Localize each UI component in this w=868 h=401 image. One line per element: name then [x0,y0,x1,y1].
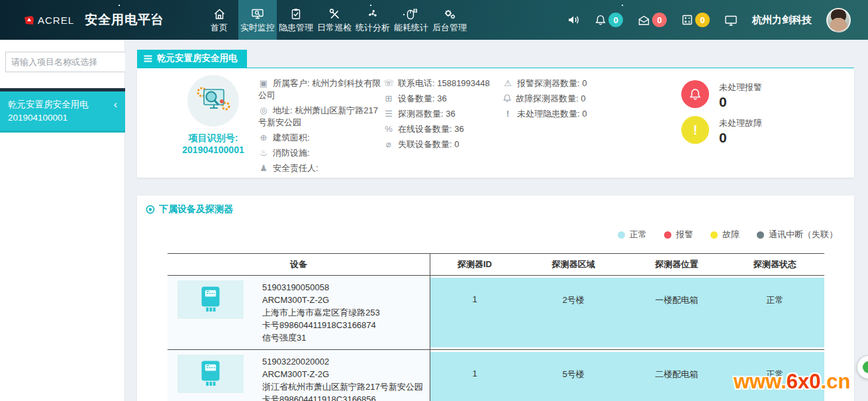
brand-name: ACREL [38,15,74,26]
nav-label: 首页 [211,22,228,34]
tab-project[interactable]: 乾元安置房安全用电 [137,50,247,68]
project-sidebar: 乾元安置房安全用电 201904100001 ‹ [0,40,125,401]
nav-item-statistics[interactable]: 统计分析 [354,0,392,40]
alarm-counter-value: 0 [719,94,762,110]
detector-position-cell: 二楼配电箱 [628,350,726,401]
table-header-row: 设备 探测器ID 探测器区域 探测器位置 探测器状态 [168,253,824,276]
envelope-icon [638,15,650,26]
warning-icon: ⚠ [503,78,513,89]
nav-item-hazard-management[interactable]: 隐患管理 [277,0,315,40]
project-id: 201904100001 [8,111,117,125]
notifications-button[interactable]: 0 [595,13,623,27]
col-header-detector-area: 探测器区域 [519,254,628,275]
legend-normal: 正常 [618,229,647,241]
detector-id-cell: 1 [430,276,519,349]
fan-icon [367,7,379,20]
device-cell: 51903190050058 ARCM300T-Z-2G 上海市上海市嘉定区育绿… [168,276,430,349]
nav-item-realtime-monitor[interactable]: 实时监控 [238,0,277,40]
nav-label: 实时监控 [240,22,275,34]
nav-item-admin[interactable]: 后台管理 [430,0,469,40]
nav-label: 后台管理 [432,22,467,34]
meter-device-icon [199,359,222,389]
nav-label: 能耗统计 [394,22,428,34]
detail-customer: 所属客户: 杭州力剑科技有限公司 [258,78,381,100]
detail-fire-facilities: 消防设施: [273,148,310,158]
alarm-bell-icon [681,80,709,108]
detail-fault-detectors: 故障探测器数量: 0 [516,93,585,103]
calculator-icon [681,14,693,26]
detail-safety-officer: 安全责任人: [273,163,318,173]
project-details-col1: ▣所属客户: 杭州力剑科技有限公司 ◎地址: 杭州萧山区新宁路217号新安公园 … [258,78,385,178]
device-card-no: 卡号898604411918C3166856 [262,393,423,401]
notifications-badge: 0 [608,13,623,27]
screen-icon[interactable] [724,15,738,26]
nav-label: 隐患管理 [279,22,313,34]
sliders-icon: ☰ [383,108,394,120]
detail-alarm-detectors: 报警探测器数量: 0 [517,78,587,88]
project-details-col2: ☏联系电话: 15881993448 ⊞设备数量: 36 ☰探测器数量: 36 … [383,78,508,154]
link-broken-icon: ⌀ [383,139,394,150]
detail-device-count: 设备数量: 36 [398,93,447,103]
col-header-detector-status: 探测器状态 [726,254,824,275]
alarms-badge: 0 [652,13,667,27]
device-image [177,280,244,319]
navbar-right: 0 0 0 杭州力剑科技 [567,0,851,40]
device-card-no: 卡号898604411918C3166874 [262,319,380,331]
col-header-detector-id: 探测器ID [430,254,519,275]
clipboard-check-icon [290,7,302,20]
detail-contact-phone: 联系电话: 15881993448 [398,78,490,88]
detail-address: 地址: 杭州萧山区新宁路217号新安公园 [258,105,378,127]
legend-alarm: 报警 [664,229,693,241]
todos-button[interactable]: 0 [681,13,710,27]
device-model: ARCM300T-Z-2G [262,294,380,306]
device-signal: 信号强度31 [262,331,380,344]
detail-online-count: 在线设备数量: 36 [398,124,464,134]
detector-id-cell: 1 [430,350,519,401]
detail-unhandled-hazards: 未处理隐患数量: 0 [517,109,587,119]
sound-icon[interactable] [567,15,580,25]
alarms-button[interactable]: 0 [638,13,667,27]
chevron-left-icon[interactable]: ‹ [114,99,117,110]
nav-item-home[interactable]: 首页 [200,0,238,40]
main-nav: 首页 实时监控 隐患管理 日常巡检 统计分析 [200,0,469,40]
home-icon [213,7,226,20]
detectors-table: 设备 探测器ID 探测器区域 探测器位置 探测器状态 [168,253,824,401]
nav-item-daily-inspection[interactable]: 日常巡检 [315,0,354,40]
user-name[interactable]: 杭州力剑科技 [752,14,812,27]
device-address: 浙江省杭州市萧山区新宁路217号新安公园 [262,380,423,393]
status-counters: 未处理报警 0 ! 未处理故障 0 [681,80,762,152]
acrel-logo-icon [24,15,34,25]
project-illustration-icon [187,75,239,127]
alarm-counter-label: 未处理报警 [719,82,762,93]
nav-item-energy-statistics[interactable]: 能耗统计 [392,0,430,40]
unhandled-fault-counter: ! 未处理故障 0 [681,116,762,146]
col-header-device: 设备 [168,254,430,275]
tab-strip: 乾元安置房安全用电 [137,50,854,69]
devices-section-header: 下属设备及探测器 [146,203,233,215]
location-pin-icon: ◎ [258,105,269,117]
mouse-meter-icon [405,7,418,20]
project-search-input[interactable] [5,52,133,72]
project-badge: 项目识别号: 201904100001 [157,75,269,156]
sidebar-item-project[interactable]: 乾元安置房安全用电 201904100001 ‹ [0,91,125,133]
nav-label: 统计分析 [356,22,390,34]
bell-icon [503,93,512,103]
brand: ACREL 安全用电平台 [24,0,164,40]
device-serial: 51903190050058 [262,281,380,294]
app-title: 安全用电平台 [85,11,164,29]
devices-section-title: 下属设备及探测器 [159,203,233,215]
device-cell: 51903220020002 ARCM300T-Z-2G 浙江省杭州市萧山区新宁… [168,350,430,401]
nav-label: 日常巡检 [317,22,352,34]
table-row[interactable]: 51903220020002 ARCM300T-Z-2G 浙江省杭州市萧山区新宁… [168,350,824,401]
target-icon [146,205,155,214]
phone-icon: ☏ [383,78,394,89]
fault-dot-icon [710,231,718,239]
tab-title: 乾元安置房安全用电 [157,52,238,64]
detector-area-cell: 2号楼 [519,276,628,349]
gears-icon [443,7,456,20]
user-avatar[interactable] [826,8,851,32]
project-id-label: 项目识别号: [157,132,269,144]
floating-button-icon [863,361,868,373]
table-row[interactable]: 51903190050058 ARCM300T-Z-2G 上海市上海市嘉定区育绿… [168,276,824,350]
legend-offline: 通讯中断（失联） [757,229,838,241]
